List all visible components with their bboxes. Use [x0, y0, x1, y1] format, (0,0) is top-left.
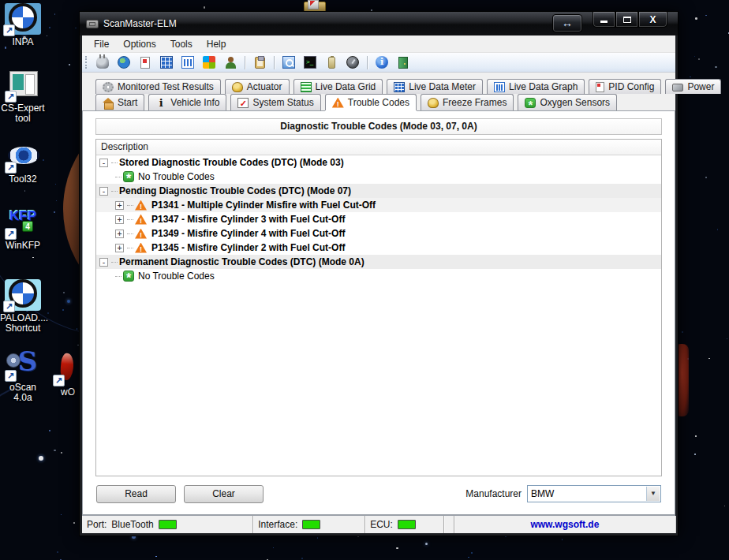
menu-help[interactable]: Help	[200, 36, 234, 52]
tab-actuator[interactable]: Actuator	[225, 79, 290, 94]
tab-pid-config[interactable]: PID Config	[589, 79, 661, 94]
maximize-button[interactable]	[615, 12, 638, 28]
empty-status-pane	[444, 516, 454, 533]
tree-row[interactable]: +!P1349 - Misfire Cylinder 4 with Fuel C…	[96, 226, 661, 241]
star	[317, 537, 318, 538]
tab-vehicle-info[interactable]: iVehicle Info	[148, 94, 226, 110]
desktop-icon-cs-expert[interactable]: ↗ CS-Expert tool	[0, 69, 46, 124]
window-title: ScanMaster-ELM	[103, 18, 177, 29]
star	[204, 6, 205, 8]
star	[715, 66, 716, 68]
toolbar: >_i	[82, 53, 675, 73]
desktop-icon-tool32[interactable]: ↗ Tool32	[0, 140, 46, 185]
chevron-down-icon[interactable]: ▼	[646, 487, 660, 501]
tab-label: Live Data Graph	[509, 81, 578, 92]
toolbar-button-user-icon[interactable]	[222, 54, 239, 71]
tree-guide-line	[127, 233, 133, 234]
arrows-button[interactable]: ↔	[552, 14, 582, 32]
tab-monitored-test-results[interactable]: Monitored Test Results	[95, 79, 221, 94]
manufacturer-select[interactable]: BMW ▼	[527, 485, 661, 502]
tree-item-label: Stored Diagnostic Trouble Codes (DTC) (M…	[119, 157, 344, 168]
toolbar-button-globe-icon[interactable]	[115, 54, 133, 71]
tab-strip: Monitored Test ResultsActuatorLive Data …	[82, 73, 675, 110]
clear-button[interactable]: Clear	[184, 485, 264, 503]
tree-row[interactable]: -Pending Diagnostic Trouble Codes (DTC) …	[96, 184, 661, 198]
column-header-description[interactable]: Description	[96, 140, 661, 155]
user-icon	[224, 56, 237, 69]
desktop: ↗ INPA ↗ CS-Expert tool ↗ Tool32 KFP 4 ↗…	[0, 0, 729, 560]
titlebar[interactable]: ScanMaster-ELM ↔ X	[80, 12, 678, 35]
tree-row[interactable]: +!P1345 - Misfire Cylinder 2 with Fuel C…	[96, 241, 661, 255]
warning-icon: !	[135, 229, 147, 239]
tab-live-data-grid[interactable]: Live Data Grid	[293, 79, 383, 94]
desktop-icon-winkfp[interactable]: KFP 4 ↗ WinKFP	[0, 207, 46, 251]
shortcut-arrow-icon: ↗	[5, 370, 17, 382]
star	[562, 539, 563, 539]
tree-row[interactable]: +!P1347 - Misfire Cylinder 3 with Fuel C…	[96, 212, 661, 226]
desktop-icon-inpa[interactable]: ↗ INPA	[0, 2, 46, 47]
tab-label: System Status	[252, 97, 313, 108]
toolbar-button-bar-chart-icon[interactable]	[179, 54, 196, 71]
desktop-icon-oscan[interactable]: S ↗ oScan 4.0a	[0, 349, 46, 403]
tree-expander-collapse[interactable]: -	[99, 159, 108, 167]
tab-live-data-meter[interactable]: Live Data Meter	[387, 79, 483, 94]
tree-expander-expand[interactable]: +	[115, 244, 124, 252]
tree-row[interactable]: -Permanent Diagnostic Trouble Codes (DTC…	[96, 255, 661, 269]
toolbar-button-document-icon[interactable]	[136, 54, 154, 71]
tree-expander-collapse[interactable]: -	[99, 187, 108, 196]
toolbar-button-graph-window-icon[interactable]	[200, 54, 218, 71]
tree-expander-expand[interactable]: +	[115, 215, 124, 224]
read-button[interactable]: Read	[96, 485, 176, 503]
port-label: Port:	[87, 519, 107, 530]
toolbar-grip[interactable]	[85, 56, 88, 69]
manufacturer-value: BMW	[528, 488, 554, 499]
toolbar-button-terminal-icon[interactable]: >_	[301, 54, 319, 71]
toolbar-button-battery-icon[interactable]	[323, 54, 340, 71]
tab-label: Freeze Frames	[443, 97, 507, 108]
toolbar-button-gauge-icon[interactable]	[344, 54, 361, 71]
tree-item-label: No Trouble Codes	[138, 271, 215, 282]
tree-expander-collapse[interactable]: -	[99, 258, 108, 267]
tab-freeze-frames[interactable]: Freeze Frames	[421, 94, 514, 110]
toolbar-button-data-grid-icon[interactable]	[158, 54, 175, 71]
tab-label: Live Data Meter	[409, 81, 476, 92]
tab-trouble-codes[interactable]: !Trouble Codes	[325, 94, 417, 110]
toolbar-button-clipboard-icon[interactable]	[251, 54, 268, 71]
wgsoft-link[interactable]: www.wgsoft.de	[530, 519, 599, 530]
tab-power[interactable]: Power	[665, 79, 721, 94]
toolbar-button-search-monitor-icon[interactable]	[280, 54, 297, 71]
tree-row[interactable]: *No Trouble Codes	[96, 269, 661, 283]
minimize-button[interactable]	[593, 12, 615, 28]
dtc-list: Description -Stored Diagnostic Trouble C…	[95, 139, 662, 476]
menu-tools[interactable]: Tools	[163, 36, 200, 52]
tree-row[interactable]: *No Trouble Codes	[96, 170, 661, 184]
tab-label: PID Config	[608, 81, 654, 92]
close-button[interactable]: X	[638, 12, 667, 28]
toolbar-button-info-icon[interactable]: i	[373, 54, 391, 71]
star	[54, 13, 56, 15]
tree-expander-expand[interactable]: +	[115, 230, 124, 238]
tree-row[interactable]: -Stored Diagnostic Trouble Codes (DTC) (…	[96, 155, 661, 170]
tab-live-data-graph[interactable]: Live Data Graph	[487, 79, 585, 94]
toolbar-button-exit-door-icon[interactable]	[394, 54, 412, 71]
tree-expander-expand[interactable]: +	[115, 201, 124, 210]
tab-system-status[interactable]: ✓System Status	[230, 94, 320, 110]
desktop-icon-paload[interactable]: ↗ PALOAD....Shortcut	[0, 278, 46, 334]
menu-file[interactable]: File	[87, 36, 116, 52]
search-monitor-icon	[282, 56, 295, 69]
app-chip-icon	[86, 20, 99, 28]
shortcut-arrow-icon: ↗	[3, 24, 15, 36]
star	[694, 454, 696, 455]
tree-guide-line	[111, 162, 118, 163]
desktop-icon-label: CS-Expert tool	[0, 103, 46, 124]
menubar: FileOptionsToolsHelp	[82, 35, 675, 53]
tab-start[interactable]: Start	[95, 94, 144, 110]
menu-options[interactable]: Options	[116, 36, 163, 52]
tree-item-label: Permanent Diagnostic Trouble Codes (DTC)…	[119, 256, 364, 267]
tab-oxygen-sensors[interactable]: *Oxygen Sensors	[518, 94, 617, 110]
tree-guide-line	[127, 219, 133, 220]
tree-row[interactable]: +!P1341 - Multiple Cylinder Misfire with…	[96, 198, 661, 212]
trouble-codes-page: Diagnostic Trouble Codes (Mode 03, 07, 0…	[82, 110, 675, 515]
gear-badge-icon	[6, 353, 21, 368]
toolbar-button-connect-plug-icon[interactable]	[94, 54, 111, 71]
